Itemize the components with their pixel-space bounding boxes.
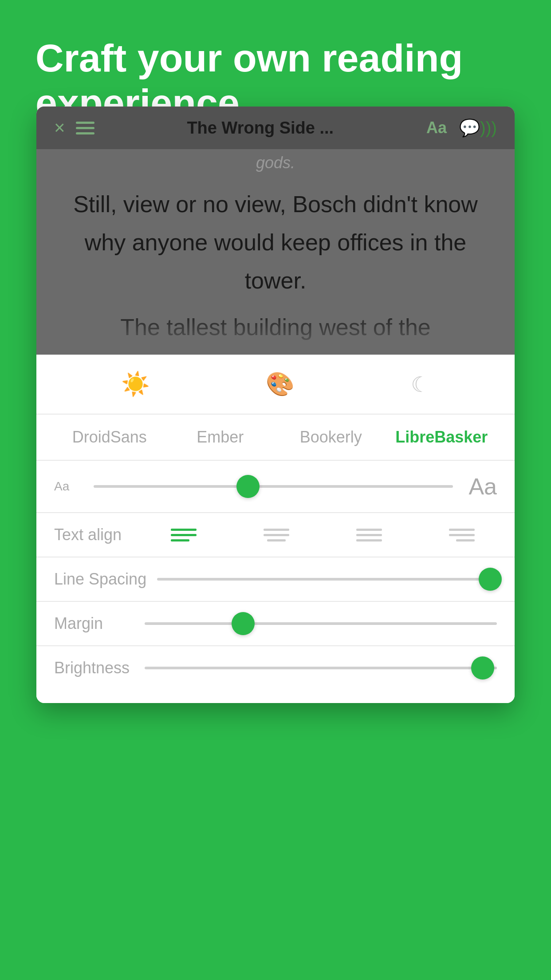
font-droidsans[interactable]: DroidSans (54, 428, 165, 447)
align-icons-group (148, 529, 497, 541)
phone-mockup: × The Wrong Side ... Aa 💬))) gods. Still… (36, 107, 515, 703)
light-theme-icon[interactable]: ☀️ (121, 371, 150, 398)
font-size-row: Aa Aa (36, 461, 515, 512)
brightness-label: Brightness (54, 659, 134, 677)
line-spacing-row: Line Spacing (36, 557, 515, 601)
brightness-row: Brightness (36, 646, 515, 690)
settings-panel: ☀️ 🎨 ☾️ DroidSans Ember Bookerly LibreBa… (36, 355, 515, 703)
book-title: The Wrong Side ... (94, 119, 426, 138)
close-icon[interactable]: × (54, 117, 65, 138)
reader-fade-bottom: The tallest building west of the (36, 308, 515, 355)
dark-theme-icon[interactable]: ☾️ (411, 372, 430, 397)
reader-main-text: Still, view or no view, Bosch didn't kno… (36, 172, 515, 308)
align-center-icon[interactable] (264, 529, 289, 541)
reader-area: × The Wrong Side ... Aa 💬))) gods. Still… (36, 107, 515, 355)
reader-nav: × The Wrong Side ... Aa 💬))) (36, 107, 515, 149)
brightness-slider[interactable] (145, 667, 497, 669)
text-align-row: Text align (36, 513, 515, 557)
margin-row: Margin (36, 602, 515, 645)
nav-right: Aa 💬))) (426, 118, 497, 138)
reader-fade-top: gods. (36, 149, 515, 172)
font-size-slider[interactable] (94, 485, 453, 488)
align-justify-icon[interactable] (356, 529, 382, 541)
font-ember[interactable]: Ember (165, 428, 276, 447)
color-theme-icon[interactable]: 🎨 (266, 371, 295, 398)
line-spacing-slider[interactable] (157, 578, 497, 581)
line-spacing-label: Line Spacing (54, 570, 146, 589)
bottom-padding (36, 690, 515, 703)
font-size-icon[interactable]: Aa (426, 119, 447, 137)
font-size-large-label: Aa (464, 473, 497, 500)
font-librebasker[interactable]: LibreBasker (386, 428, 497, 447)
speaker-icon[interactable]: 💬))) (459, 118, 497, 138)
margin-slider[interactable] (145, 622, 497, 625)
font-bookerly[interactable]: Bookerly (276, 428, 386, 447)
text-align-label: Text align (54, 526, 134, 544)
font-size-small-label: Aa (54, 479, 83, 494)
align-left-icon[interactable] (171, 529, 197, 541)
margin-label: Margin (54, 614, 134, 633)
font-row: DroidSans Ember Bookerly LibreBasker (36, 415, 515, 460)
theme-row: ☀️ 🎨 ☾️ (36, 355, 515, 414)
menu-icon[interactable] (76, 122, 94, 134)
align-right-icon[interactable] (449, 529, 475, 541)
nav-left: × (54, 117, 94, 138)
